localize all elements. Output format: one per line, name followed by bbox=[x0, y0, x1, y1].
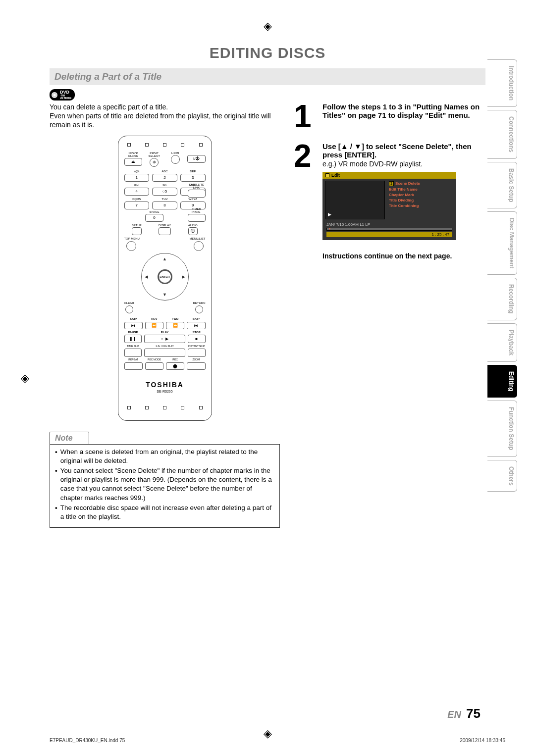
step-subtext: e.g.) VR mode DVD-RW playlist. bbox=[322, 160, 485, 168]
pause-button: ❚❚ bbox=[124, 335, 142, 343]
tab-function-setup: Function Setup bbox=[487, 401, 517, 456]
osd-time: 1 : 25 : 47 bbox=[326, 232, 452, 237]
repeat-button bbox=[124, 362, 143, 370]
input-select-button: ⊕ bbox=[150, 158, 159, 167]
tab-connections: Connections bbox=[487, 110, 517, 159]
osd-title: Edit bbox=[331, 173, 340, 178]
num-0-button: 0 bbox=[145, 214, 163, 222]
remote-label: REV bbox=[145, 317, 163, 320]
num-7-button: 7 bbox=[124, 202, 150, 209]
menu-list-label: MENU/LIST bbox=[189, 237, 205, 240]
registration-mark-icon: ◈ bbox=[264, 20, 272, 33]
remote-label: STOP bbox=[188, 331, 206, 334]
step-number: 2 bbox=[294, 142, 318, 260]
return-button bbox=[195, 305, 203, 313]
osd-menu-item: Chapter Mark bbox=[388, 192, 453, 198]
step-text: Use [ bbox=[322, 142, 341, 151]
tab-basic-setup: Basic Setup bbox=[487, 162, 517, 209]
tab-editing: Editing bbox=[487, 365, 517, 398]
remote-label: FWD bbox=[166, 317, 184, 320]
osd-disc-icon bbox=[325, 173, 329, 177]
dpad: ▲ ▼ ◀ ▶ ENTER bbox=[141, 253, 189, 301]
remote-label: AUDIO bbox=[188, 224, 198, 227]
osd-info: JAN/ 7/10 1:00AM L1 LP bbox=[322, 221, 456, 228]
left-arrow-icon: ◀ bbox=[145, 274, 148, 279]
remote-label: REC MODE bbox=[145, 358, 163, 361]
remote-label: INPUT SELECT bbox=[145, 151, 163, 157]
footer-timestamp: 2009/12/14 18:33:45 bbox=[460, 738, 505, 743]
open-close-button: ⏏ bbox=[124, 158, 143, 166]
dvd-rw-vr-badge: DVD -RW VR MODE bbox=[50, 89, 75, 101]
intro-text: You can delete a specific part of a titl… bbox=[50, 102, 280, 130]
num-8-button: 8 bbox=[152, 202, 177, 209]
timer-prog-button bbox=[188, 214, 206, 222]
model-label: SE-R0265 bbox=[124, 390, 206, 393]
note-item: The recordable disc space will not incre… bbox=[60, 504, 274, 521]
osd-menu-item: Scene Delete bbox=[395, 181, 420, 186]
osd-preview: ▶ bbox=[325, 181, 385, 219]
note-item: You cannot select "Scene Delete" if the … bbox=[60, 466, 274, 503]
num-4-button: 4 bbox=[124, 188, 150, 196]
tab-recording: Recording bbox=[487, 278, 517, 320]
note-box: Note When a scene is deleted from an ori… bbox=[50, 432, 280, 528]
remote-label: SKIP bbox=[124, 317, 143, 320]
play-icon: ▶ bbox=[328, 212, 331, 217]
stop-button: ■ bbox=[188, 335, 206, 343]
remote-label: PLAY bbox=[144, 331, 185, 334]
registration-mark-icon: ◈ bbox=[21, 372, 29, 385]
num-2-button: 2 bbox=[152, 174, 177, 182]
tab-introduction: Introduction bbox=[487, 59, 517, 107]
down-arrow-icon: ▼ bbox=[162, 292, 167, 297]
disc-icon bbox=[51, 92, 58, 99]
note-heading: Note bbox=[50, 432, 89, 444]
clear-button bbox=[125, 305, 133, 313]
zoom-button bbox=[187, 362, 205, 370]
up-arrow-icon: ▲ bbox=[162, 256, 167, 261]
rec-button: ⬤ bbox=[166, 362, 184, 370]
top-menu-button bbox=[126, 241, 136, 251]
speed-play-button bbox=[144, 349, 185, 357]
num-1-button: 1 bbox=[124, 174, 150, 182]
remote-label: OPEN/ CLOSE bbox=[124, 151, 143, 157]
step-number: 1 bbox=[294, 102, 318, 131]
tab-playback: Playback bbox=[487, 323, 517, 362]
footer-file-code: E7PEAUD_DR430KU_EN.indd 75 bbox=[50, 738, 125, 743]
note-item: When a scene is deleted from an original… bbox=[60, 448, 274, 465]
remote-label: ./@/: bbox=[124, 170, 150, 173]
remote-label: GHI bbox=[124, 184, 150, 187]
remote-label: TUV bbox=[152, 198, 177, 201]
instant-skip-button bbox=[188, 349, 206, 357]
page-num: 75 bbox=[466, 706, 481, 721]
page-number: EN 75 bbox=[447, 706, 481, 721]
remote-label: ZOOM bbox=[187, 358, 205, 361]
brand-label: TOSHIBA bbox=[124, 381, 206, 389]
registration-mark-icon: ◈ bbox=[264, 727, 272, 740]
step-2: 2 Use [▲ / ▼] to select "Scene Delete", … bbox=[294, 142, 485, 260]
page-lang: EN bbox=[447, 709, 461, 720]
step-text: / bbox=[348, 142, 355, 151]
hdmi-button bbox=[171, 155, 180, 164]
remote-label: JKL bbox=[152, 184, 177, 187]
remote-label: DISPLAY bbox=[159, 224, 171, 227]
tab-disc-management: Disc Management bbox=[487, 211, 517, 275]
remote-label: ABC bbox=[152, 170, 177, 173]
section-heading-bar: Deleting a Part of a Title bbox=[50, 68, 485, 85]
tab-others: Others bbox=[487, 460, 517, 492]
remote-label: TIMER PROG. bbox=[188, 207, 206, 213]
remote-label: SATELLITE LINK bbox=[188, 183, 206, 189]
section-title: Deleting a Part of a Title bbox=[54, 71, 481, 82]
osd-menu-item: Title Dividing bbox=[388, 198, 453, 203]
remote-label: SETUP bbox=[132, 224, 142, 227]
display-button bbox=[159, 227, 171, 235]
remote-label: HDMI bbox=[166, 151, 185, 154]
down-arrow-icon: ▼ bbox=[354, 142, 362, 151]
step-1: 1 Follow the steps 1 to 3 in "Putting Na… bbox=[294, 102, 485, 131]
setup-button bbox=[132, 227, 142, 235]
remote-label: PAUSE bbox=[124, 331, 142, 334]
continue-note: Instructions continue on the next page. bbox=[322, 252, 485, 260]
power-button: I/⏻ bbox=[187, 155, 206, 163]
rev-button: ⏪ bbox=[145, 322, 163, 329]
rec-mode-button bbox=[145, 362, 163, 370]
enter-button: ENTER bbox=[158, 269, 172, 284]
remote-label bbox=[187, 151, 206, 154]
